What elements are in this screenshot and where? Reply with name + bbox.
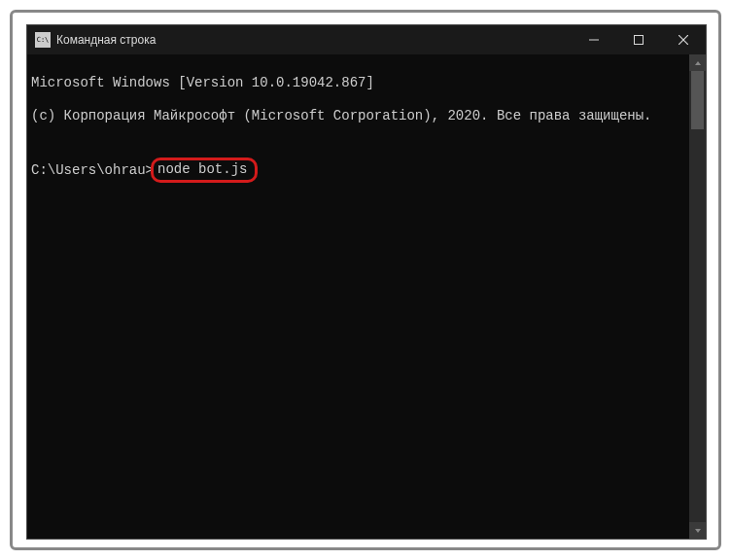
output-line: (c) Корпорация Майкрософт (Microsoft Cor… [31, 108, 687, 124]
svg-rect-1 [635, 36, 644, 45]
minimize-icon [589, 35, 599, 45]
prompt-line: C:\Users\ohrau>node bot.js [31, 158, 687, 183]
window-title: Командная строка [56, 33, 156, 47]
cmd-icon [35, 32, 51, 48]
window-controls [572, 25, 706, 54]
output-line: Microsoft Windows [Version 10.0.19042.86… [31, 75, 687, 91]
minimize-button[interactable] [572, 25, 616, 54]
command-text: node bot.js [157, 161, 247, 177]
close-icon [679, 35, 688, 45]
command-highlight: node bot.js [151, 158, 258, 183]
titlebar[interactable]: Командная строка [27, 25, 706, 54]
maximize-button[interactable] [616, 25, 661, 54]
vertical-scrollbar[interactable] [689, 54, 706, 539]
chevron-up-icon [694, 59, 702, 67]
chevron-down-icon [694, 527, 702, 535]
screenshot-frame: Командная строка Microsoft Windows [Vers… [10, 10, 721, 550]
prompt-text: C:\Users\ohrau> [31, 162, 154, 179]
scroll-up-button[interactable] [689, 54, 706, 71]
svg-marker-5 [695, 529, 701, 533]
maximize-icon [634, 35, 644, 45]
svg-marker-4 [695, 61, 701, 65]
scroll-thumb[interactable] [691, 71, 704, 129]
command-prompt-window: Командная строка Microsoft Windows [Vers… [26, 24, 707, 540]
terminal-output[interactable]: Microsoft Windows [Version 10.0.19042.86… [27, 54, 689, 539]
close-button[interactable] [661, 25, 706, 54]
scroll-down-button[interactable] [689, 522, 706, 539]
terminal-area: Microsoft Windows [Version 10.0.19042.86… [27, 54, 706, 539]
